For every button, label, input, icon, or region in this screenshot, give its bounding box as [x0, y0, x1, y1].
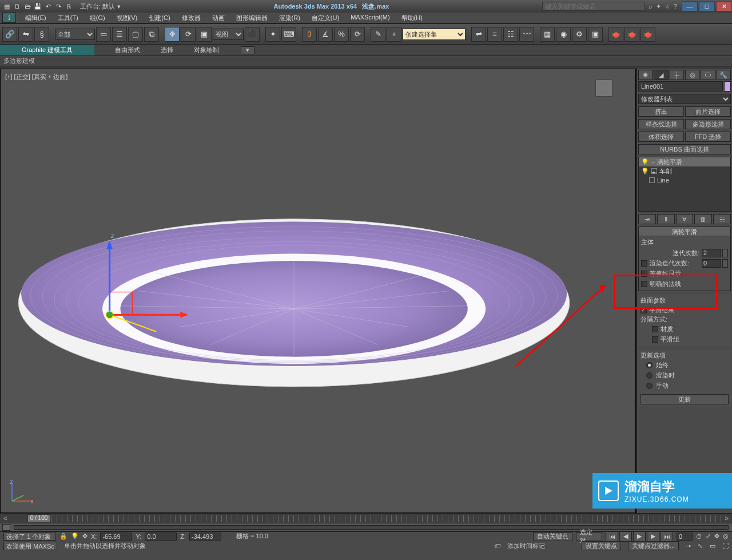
- configure-sets-icon[interactable]: ☷: [713, 214, 731, 224]
- unlink-icon[interactable]: ⇋: [18, 27, 33, 42]
- sep-smoothgrp-checkbox[interactable]: [652, 336, 658, 343]
- maxscript-mini-listener[interactable]: 欢迎使用 MAXSc: [3, 542, 57, 550]
- menu-graph[interactable]: 图形编辑器: [230, 14, 273, 22]
- trackbar-toggle-icon[interactable]: [2, 524, 10, 531]
- goto-end-icon[interactable]: ⏭: [661, 531, 673, 542]
- add-time-tag[interactable]: 添加时间标记: [507, 542, 545, 550]
- sign-in-icon[interactable]: ⌕: [649, 3, 653, 10]
- snap-3d-icon[interactable]: 3: [302, 27, 317, 42]
- time-slider[interactable]: < 0 / 100 >: [0, 514, 732, 523]
- y-input[interactable]: [145, 533, 177, 541]
- percent-snap-icon[interactable]: %: [334, 27, 349, 42]
- schematic-view-icon[interactable]: ▦: [540, 27, 555, 42]
- bind-spacewarp-icon[interactable]: §: [34, 27, 49, 42]
- update-button[interactable]: 更新: [640, 394, 729, 404]
- menu-modifiers[interactable]: 修改器: [176, 14, 206, 22]
- update-render-radio[interactable]: [646, 372, 653, 379]
- workspace-selector[interactable]: 工作台: 默认▾: [80, 2, 121, 11]
- favorite-icon[interactable]: ☆: [665, 3, 670, 10]
- link-icon[interactable]: ⎘: [64, 2, 73, 11]
- ref-coord-system[interactable]: 视图: [213, 29, 244, 40]
- x-input[interactable]: [100, 533, 132, 541]
- smooth-result-checkbox[interactable]: [640, 307, 647, 313]
- application-icon[interactable]: ⟟: [2, 13, 16, 23]
- stack-line[interactable]: Line: [639, 176, 730, 185]
- help-search-input[interactable]: [542, 2, 645, 11]
- ribbon-collapse-icon[interactable]: ▾: [241, 46, 254, 54]
- pin-stack-icon[interactable]: ⇥: [638, 214, 656, 224]
- ffd-select-button[interactable]: FFD 选择: [685, 132, 731, 142]
- time-slider-knob[interactable]: 0 / 100: [27, 514, 50, 522]
- graphite-tab[interactable]: Graphite 建模工具: [0, 45, 94, 55]
- selection-filter[interactable]: 全部: [55, 29, 95, 40]
- render-iter-checkbox[interactable]: [641, 260, 647, 267]
- menu-views[interactable]: 视图(V): [111, 14, 144, 22]
- window-crossing-icon[interactable]: ⧉: [144, 27, 159, 42]
- open-icon[interactable]: 🗁: [23, 2, 32, 11]
- patch-select-button[interactable]: 面片选择: [685, 106, 731, 117]
- manipulate-icon[interactable]: ✦: [265, 27, 280, 42]
- object-color-swatch[interactable]: [724, 81, 731, 92]
- bulb-icon[interactable]: 💡: [641, 168, 649, 175]
- z-input[interactable]: [189, 533, 221, 541]
- render-active-icon[interactable]: 🫖: [640, 27, 655, 42]
- link-icon[interactable]: 🔗: [2, 27, 17, 42]
- curve-editor-icon[interactable]: 〰: [519, 27, 534, 42]
- play-icon[interactable]: ▶: [633, 531, 646, 542]
- align-icon[interactable]: ≡: [487, 27, 502, 42]
- help-icon[interactable]: ?: [674, 3, 677, 10]
- menu-group[interactable]: 组(G): [84, 14, 111, 22]
- spinner-up-icon[interactable]: [722, 259, 728, 268]
- current-frame-input[interactable]: [677, 533, 693, 541]
- material-editor-icon[interactable]: ◉: [556, 27, 571, 42]
- rendered-frame-icon[interactable]: ▣: [588, 27, 603, 42]
- modifier-list[interactable]: 修改器列表: [638, 94, 731, 104]
- rollout-header[interactable]: 涡轮平滑: [639, 227, 730, 236]
- named-selection-set[interactable]: 创建选择集: [403, 29, 466, 40]
- modify-tab-icon[interactable]: ◢: [654, 70, 668, 80]
- move-icon[interactable]: ✥: [165, 27, 180, 42]
- undo-icon[interactable]: ↶: [43, 2, 53, 11]
- isoline-checkbox[interactable]: [641, 271, 647, 277]
- rect-region-icon[interactable]: ▢: [128, 27, 143, 42]
- menu-animation[interactable]: 动画: [206, 14, 230, 22]
- iterations-input[interactable]: [702, 249, 721, 257]
- next-frame-icon[interactable]: ▶: [647, 531, 659, 542]
- rotate-icon[interactable]: ⟳: [181, 27, 196, 42]
- exchange-icon[interactable]: ✦: [656, 3, 661, 10]
- prev-frame-icon[interactable]: ◀: [619, 531, 632, 542]
- save-icon[interactable]: ▤: [2, 2, 11, 11]
- spline-select-button[interactable]: 样条线选择: [638, 119, 684, 129]
- freeform-tab[interactable]: 自由形式: [105, 46, 150, 54]
- paint-tab[interactable]: 对象绘制: [184, 46, 229, 54]
- scale-icon[interactable]: ▣: [197, 27, 212, 42]
- modifier-stack[interactable]: 💡−涡轮平滑 💡+车削 Line: [638, 157, 731, 212]
- angle-snap-icon[interactable]: ∡: [318, 27, 333, 42]
- explicit-normals-checkbox[interactable]: [641, 281, 647, 287]
- isolate-icon[interactable]: 💡: [71, 533, 79, 540]
- close-button[interactable]: ✕: [716, 1, 732, 11]
- layer-manager-icon[interactable]: ☷: [503, 27, 518, 42]
- time-end-icon[interactable]: >: [725, 515, 729, 522]
- stack-lathe[interactable]: 💡+车削: [639, 166, 730, 176]
- poly-model-bar[interactable]: 多边形建模: [0, 56, 732, 66]
- time-start-icon[interactable]: <: [3, 515, 7, 522]
- menu-create[interactable]: 创建(C): [143, 14, 176, 22]
- named-sel-add-icon[interactable]: +: [387, 27, 401, 42]
- nav-maximize-icon[interactable]: ⛶: [722, 542, 729, 549]
- goto-start-icon[interactable]: ⏮: [606, 531, 618, 542]
- make-unique-icon[interactable]: ∀: [676, 214, 694, 224]
- new-icon[interactable]: 🗋: [13, 2, 22, 11]
- lock-icon[interactable]: 🔒: [59, 533, 67, 540]
- named-sel-edit-icon[interactable]: ✎: [371, 27, 385, 42]
- pivot-center-icon[interactable]: ⬛: [245, 27, 260, 42]
- update-manual-radio[interactable]: [646, 383, 653, 389]
- selection-tab[interactable]: 选择: [150, 46, 184, 54]
- setkey-button[interactable]: 设置关键点: [582, 541, 621, 550]
- show-end-icon[interactable]: Ⅱ: [657, 214, 675, 224]
- menu-customize[interactable]: 自定义(U): [306, 14, 345, 22]
- minimize-button[interactable]: —: [682, 1, 698, 11]
- stack-turbosmooth[interactable]: 💡−涡轮平滑: [639, 157, 730, 166]
- time-tag-icon[interactable]: 🏷: [494, 542, 500, 549]
- update-always-radio[interactable]: [646, 362, 653, 368]
